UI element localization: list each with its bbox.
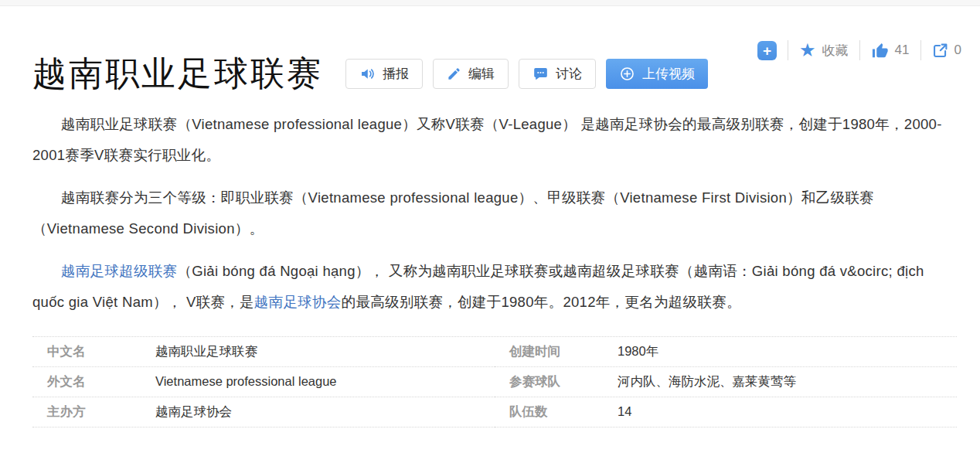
info-value: 越南足球协会 (155, 404, 232, 421)
broadcast-button[interactable]: 播报 (345, 59, 423, 89)
favorite-label: 收藏 (822, 42, 849, 60)
like-count: 41 (895, 43, 910, 58)
inline-link-football-association[interactable]: 越南足球协会 (254, 294, 342, 310)
upload-video-label: 上传视频 (642, 65, 695, 83)
paragraph-text: 的最高级别联赛，创建于1980年。2012年，更名为超级联赛。 (342, 294, 741, 310)
favorite-button[interactable]: ★ 收藏 (788, 41, 859, 60)
thumb-up-icon (871, 42, 889, 60)
add-button[interactable]: + (747, 41, 788, 60)
discuss-label: 讨论 (556, 65, 582, 83)
inline-link-super-league[interactable]: 越南足球超级联赛 (61, 263, 177, 279)
infobox-row-organizer: 主办方 越南足球协会 (32, 397, 495, 427)
paragraph: 越南联赛分为三个等级：即职业联赛（Vietnamese professional… (32, 182, 957, 244)
infobox-row-founded: 创建时间 1980年 (495, 337, 957, 367)
top-strip (0, 0, 980, 6)
edit-label: 编辑 (468, 65, 495, 83)
paragraph: 越南职业足球联赛（Vietnamese professional league）… (32, 109, 957, 171)
info-label: 参赛球队 (509, 373, 618, 390)
page-title: 越南职业足球联赛 (32, 54, 323, 94)
edit-button[interactable]: 编辑 (433, 59, 509, 89)
star-icon: ★ (799, 41, 816, 60)
speaker-icon (359, 66, 376, 82)
infobox-row-team-count: 队伍数 14 (495, 397, 957, 427)
info-value: 越南职业足球联赛 (155, 343, 257, 360)
infobox-row-teams: 参赛球队 河内队、海防水泥、嘉莱黄莺等 (495, 367, 957, 397)
infobox-row-foreign-name: 外文名 Vietnamese professional league (32, 367, 495, 397)
share-button[interactable]: 0 (921, 43, 961, 59)
article-content: 越南职业足球联赛（Vietnamese professional league）… (0, 109, 980, 318)
like-button[interactable]: 41 (860, 42, 920, 60)
paragraph: 越南足球超级联赛（Giải bóng đá Ngoại hạng）， 又称为越南… (32, 256, 957, 318)
plus-square-icon: + (757, 41, 777, 60)
upload-video-button[interactable]: 上传视频 (606, 59, 708, 89)
pencil-icon (447, 66, 461, 81)
info-label: 主办方 (47, 404, 155, 421)
info-label: 队伍数 (509, 404, 618, 421)
broadcast-label: 播报 (383, 65, 409, 83)
infobox-left-column: 中文名 越南职业足球联赛 外文名 Vietnamese professional… (32, 337, 495, 427)
share-count: 0 (954, 43, 961, 58)
info-value: 河内队、海防水泥、嘉莱黄莺等 (618, 373, 796, 390)
discuss-button[interactable]: 讨论 (519, 59, 596, 89)
header: + ★ 收藏 41 0 越南职业足球联赛 (0, 6, 980, 94)
infobox-row-chinese-name: 中文名 越南职业足球联赛 (32, 337, 495, 367)
plus-circle-icon (619, 66, 635, 82)
info-label: 创建时间 (509, 343, 618, 360)
paragraph-text: 越南联赛分为三个等级：即职业联赛（Vietnamese professional… (32, 189, 874, 237)
info-value: 14 (618, 404, 631, 419)
info-label: 中文名 (47, 343, 155, 360)
info-value: Vietnamese professional league (155, 374, 337, 389)
info-label: 外文名 (47, 373, 155, 390)
action-buttons: 播报 编辑 讨论 (335, 59, 708, 89)
infobox: 中文名 越南职业足球联赛 外文名 Vietnamese professional… (32, 336, 957, 427)
top-toolbar: + ★ 收藏 41 0 (747, 39, 961, 62)
info-value: 1980年 (618, 343, 658, 360)
paragraph-text: 越南职业足球联赛（Vietnamese professional league）… (32, 116, 942, 163)
chat-icon (533, 66, 549, 82)
share-icon (932, 43, 948, 59)
infobox-right-column: 创建时间 1980年 参赛球队 河内队、海防水泥、嘉莱黄莺等 队伍数 14 (495, 337, 957, 427)
